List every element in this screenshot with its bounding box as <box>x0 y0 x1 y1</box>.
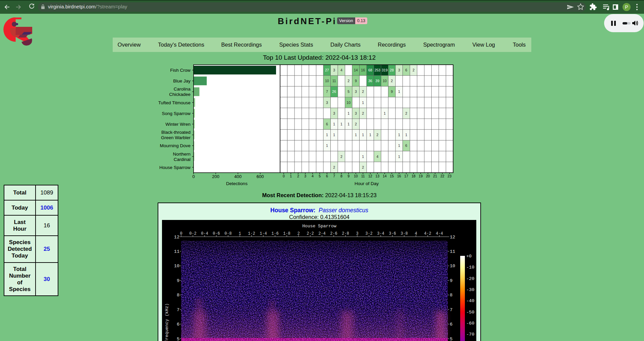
svg-text:14: 14 <box>354 68 358 72</box>
svg-text:22: 22 <box>440 174 444 178</box>
svg-text:5: 5 <box>347 90 350 94</box>
svg-text:1: 1 <box>384 111 386 115</box>
svg-text:1: 1 <box>326 133 328 137</box>
svg-text:4: 4 <box>376 155 378 159</box>
svg-text:319: 319 <box>382 68 388 72</box>
svg-text:2: 2 <box>391 79 393 83</box>
svg-text:4: 4 <box>312 174 314 178</box>
svg-text:11: 11 <box>361 174 365 178</box>
svg-text:7: 7 <box>326 90 328 94</box>
svg-text:Blue Jay: Blue Jay <box>173 78 191 83</box>
svg-text:2: 2 <box>405 111 407 115</box>
svg-text:House Sparrow: House Sparrow <box>159 165 191 170</box>
svg-text:10: 10 <box>325 79 329 83</box>
svg-text:3: 3 <box>333 68 335 72</box>
svg-text:1: 1 <box>398 155 400 159</box>
svg-text:10: 10 <box>354 174 358 178</box>
svg-text:Black-throated: Black-throated <box>161 130 191 135</box>
svg-text:Frequency (kHz): Frequency (kHz) <box>164 303 169 341</box>
svg-text:14: 14 <box>383 174 387 178</box>
svg-text:1: 1 <box>326 144 328 148</box>
svg-text:28: 28 <box>390 68 394 72</box>
svg-text:16: 16 <box>397 174 401 178</box>
svg-text:-70: -70 <box>466 332 474 337</box>
svg-text:1: 1 <box>333 122 335 126</box>
svg-text:8: 8 <box>177 293 179 298</box>
svg-text:6: 6 <box>326 122 328 126</box>
svg-text:-60: -60 <box>466 321 474 326</box>
svg-text:Cardinal: Cardinal <box>174 157 191 162</box>
svg-text:10: 10 <box>450 264 455 269</box>
svg-text:Detections: Detections <box>226 181 248 186</box>
svg-text:-40: -40 <box>466 298 474 303</box>
svg-text:Northern: Northern <box>173 152 191 157</box>
svg-text:1: 1 <box>398 144 400 148</box>
svg-text:1: 1 <box>405 133 407 137</box>
svg-text:1: 1 <box>362 155 364 159</box>
svg-text:1: 1 <box>333 133 335 137</box>
svg-text:18: 18 <box>412 174 416 178</box>
svg-text:8: 8 <box>340 174 342 178</box>
svg-text:9: 9 <box>391 90 393 94</box>
svg-text:Tufted Titmouse: Tufted Titmouse <box>158 100 191 105</box>
svg-text:26: 26 <box>332 90 336 94</box>
svg-text:11: 11 <box>174 249 179 254</box>
svg-text:6: 6 <box>405 144 407 148</box>
svg-text:1: 1 <box>362 133 364 137</box>
svg-text:1: 1 <box>290 174 292 178</box>
svg-text:2: 2 <box>413 68 415 72</box>
svg-text:House Sparrow: House Sparrow <box>302 224 336 229</box>
svg-text:17: 17 <box>404 174 408 178</box>
svg-text:-10: -10 <box>466 265 474 270</box>
svg-text:11: 11 <box>450 249 455 254</box>
svg-text:400: 400 <box>234 174 242 179</box>
svg-text:2: 2 <box>376 133 378 137</box>
svg-text:5: 5 <box>450 337 452 341</box>
svg-text:2: 2 <box>333 165 335 169</box>
svg-text:0: 0 <box>283 174 285 178</box>
svg-text:-20: -20 <box>466 276 474 281</box>
svg-text:6: 6 <box>450 322 452 327</box>
svg-text:9: 9 <box>347 174 350 178</box>
svg-text:1: 1 <box>347 122 350 126</box>
svg-text:7: 7 <box>177 307 179 312</box>
svg-text:6: 6 <box>326 174 328 178</box>
svg-text:68: 68 <box>368 68 372 72</box>
svg-text:36: 36 <box>368 79 372 83</box>
svg-text:2: 2 <box>340 155 342 159</box>
svg-text:15: 15 <box>390 174 394 178</box>
svg-text:12: 12 <box>450 235 455 240</box>
svg-text:27: 27 <box>325 68 329 72</box>
svg-text:10: 10 <box>383 79 387 83</box>
svg-text:1: 1 <box>369 133 371 137</box>
svg-text:10: 10 <box>174 264 179 269</box>
svg-text:3: 3 <box>326 101 328 105</box>
svg-text:Song Sparrow: Song Sparrow <box>162 111 191 116</box>
svg-text:1: 1 <box>347 111 350 115</box>
svg-text:253: 253 <box>374 68 380 72</box>
svg-text:7: 7 <box>450 307 452 312</box>
svg-text:2: 2 <box>362 90 364 94</box>
svg-text:Green Warbler: Green Warbler <box>161 135 191 140</box>
svg-text:21: 21 <box>433 174 437 178</box>
svg-text:39: 39 <box>375 79 379 83</box>
svg-text:2: 2 <box>362 111 364 115</box>
svg-text:5: 5 <box>177 337 179 341</box>
svg-text:Mourning Dove: Mourning Dove <box>160 143 191 148</box>
svg-text:16: 16 <box>361 68 365 72</box>
svg-text:P: P <box>625 4 628 10</box>
svg-text:2: 2 <box>347 79 350 83</box>
svg-text:2: 2 <box>297 174 299 178</box>
svg-text:600: 600 <box>257 174 264 179</box>
svg-text:3: 3 <box>333 111 335 115</box>
svg-text:Hour of Day: Hour of Day <box>355 181 379 186</box>
svg-text:1: 1 <box>340 122 342 126</box>
svg-text:1: 1 <box>355 133 357 137</box>
svg-text:8: 8 <box>450 293 452 298</box>
svg-text:4: 4 <box>340 68 342 72</box>
svg-text:1: 1 <box>398 90 400 94</box>
svg-text:-50: -50 <box>466 310 474 315</box>
svg-text:3: 3 <box>304 174 306 178</box>
svg-text:11: 11 <box>332 79 336 83</box>
svg-text:9: 9 <box>355 79 357 83</box>
